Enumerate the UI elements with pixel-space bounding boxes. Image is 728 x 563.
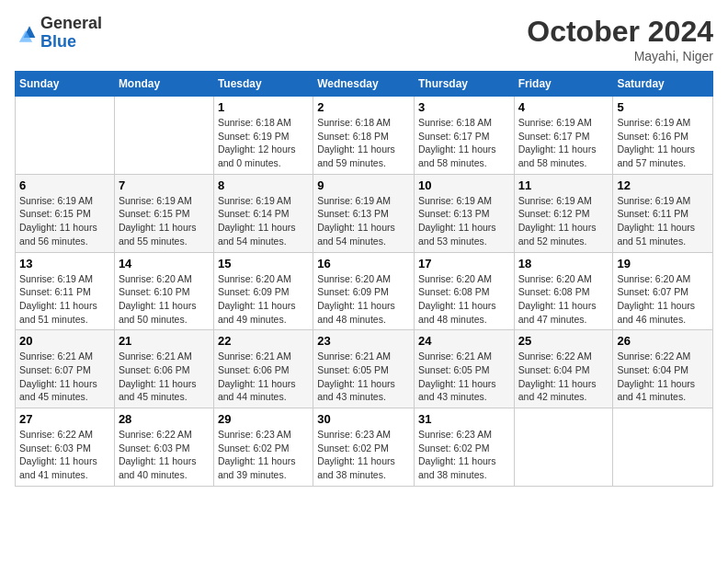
day-info: Sunrise: 6:19 AM Sunset: 6:15 PM Dayligh… [19, 194, 110, 248]
calendar-cell: 23Sunrise: 6:21 AM Sunset: 6:05 PM Dayli… [313, 330, 415, 408]
weekday-header-row: SundayMondayTuesdayWednesdayThursdayFrid… [16, 72, 713, 97]
title-block: October 2024 Mayahi, Niger [527, 15, 713, 63]
calendar-cell: 18Sunrise: 6:20 AM Sunset: 6:08 PM Dayli… [514, 252, 613, 330]
calendar-cell [16, 97, 115, 175]
calendar-cell: 6Sunrise: 6:19 AM Sunset: 6:15 PM Daylig… [16, 174, 115, 252]
day-number: 18 [518, 257, 609, 270]
day-info: Sunrise: 6:19 AM Sunset: 6:13 PM Dayligh… [317, 194, 410, 248]
calendar-cell: 2Sunrise: 6:18 AM Sunset: 6:18 PM Daylig… [313, 97, 415, 175]
calendar-cell [613, 408, 713, 487]
day-number: 15 [218, 257, 309, 270]
calendar-cell: 31Sunrise: 6:23 AM Sunset: 6:02 PM Dayli… [414, 408, 514, 487]
day-info: Sunrise: 6:19 AM Sunset: 6:16 PM Dayligh… [617, 116, 709, 170]
calendar-cell: 9Sunrise: 6:19 AM Sunset: 6:13 PM Daylig… [313, 174, 415, 252]
day-number: 22 [218, 334, 309, 348]
day-info: Sunrise: 6:23 AM Sunset: 6:02 PM Dayligh… [218, 428, 309, 482]
day-info: Sunrise: 6:22 AM Sunset: 6:04 PM Dayligh… [617, 350, 709, 404]
day-number: 7 [119, 178, 210, 192]
day-number: 13 [19, 257, 110, 270]
weekday-header-sunday: Sunday [16, 72, 115, 97]
day-info: Sunrise: 6:21 AM Sunset: 6:07 PM Dayligh… [19, 350, 110, 404]
day-info: Sunrise: 6:20 AM Sunset: 6:07 PM Dayligh… [617, 272, 709, 327]
day-number: 2 [317, 100, 410, 114]
calendar-cell: 25Sunrise: 6:22 AM Sunset: 6:04 PM Dayli… [514, 330, 613, 408]
day-info: Sunrise: 6:19 AM Sunset: 6:12 PM Dayligh… [518, 194, 609, 248]
calendar-cell: 20Sunrise: 6:21 AM Sunset: 6:07 PM Dayli… [16, 330, 115, 408]
week-row-1: 1Sunrise: 6:18 AM Sunset: 6:19 PM Daylig… [16, 97, 713, 175]
day-number: 20 [19, 334, 110, 348]
calendar-cell: 28Sunrise: 6:22 AM Sunset: 6:03 PM Dayli… [114, 408, 213, 487]
calendar-cell: 17Sunrise: 6:20 AM Sunset: 6:08 PM Dayli… [414, 252, 514, 330]
calendar-cell: 26Sunrise: 6:22 AM Sunset: 6:04 PM Dayli… [613, 330, 713, 408]
day-info: Sunrise: 6:19 AM Sunset: 6:15 PM Dayligh… [119, 194, 210, 248]
calendar-cell: 3Sunrise: 6:18 AM Sunset: 6:17 PM Daylig… [414, 97, 514, 175]
day-number: 16 [317, 257, 410, 270]
calendar-cell: 1Sunrise: 6:18 AM Sunset: 6:19 PM Daylig… [213, 97, 313, 175]
calendar-cell: 7Sunrise: 6:19 AM Sunset: 6:15 PM Daylig… [114, 174, 213, 252]
day-info: Sunrise: 6:22 AM Sunset: 6:04 PM Dayligh… [518, 350, 609, 404]
week-row-3: 13Sunrise: 6:19 AM Sunset: 6:11 PM Dayli… [16, 252, 713, 330]
day-number: 26 [617, 334, 709, 348]
day-number: 9 [317, 178, 410, 192]
day-number: 24 [418, 334, 510, 348]
week-row-4: 20Sunrise: 6:21 AM Sunset: 6:07 PM Dayli… [16, 330, 713, 408]
calendar-cell: 13Sunrise: 6:19 AM Sunset: 6:11 PM Dayli… [16, 252, 115, 330]
day-number: 3 [418, 100, 510, 114]
month-title: October 2024 [527, 15, 713, 49]
day-info: Sunrise: 6:18 AM Sunset: 6:18 PM Dayligh… [317, 116, 410, 170]
calendar-cell: 12Sunrise: 6:19 AM Sunset: 6:11 PM Dayli… [613, 174, 713, 252]
day-info: Sunrise: 6:21 AM Sunset: 6:05 PM Dayligh… [317, 350, 410, 404]
day-number: 8 [218, 178, 309, 192]
logo: General Blue [15, 15, 102, 52]
calendar-cell: 24Sunrise: 6:21 AM Sunset: 6:05 PM Dayli… [414, 330, 514, 408]
day-info: Sunrise: 6:20 AM Sunset: 6:09 PM Dayligh… [317, 272, 410, 327]
calendar-cell: 30Sunrise: 6:23 AM Sunset: 6:02 PM Dayli… [313, 408, 415, 487]
day-number: 5 [617, 100, 709, 114]
day-info: Sunrise: 6:19 AM Sunset: 6:13 PM Dayligh… [418, 194, 510, 248]
day-info: Sunrise: 6:20 AM Sunset: 6:09 PM Dayligh… [218, 272, 309, 327]
logo-icon [15, 23, 37, 45]
calendar-cell: 8Sunrise: 6:19 AM Sunset: 6:14 PM Daylig… [213, 174, 313, 252]
day-number: 25 [518, 334, 609, 348]
calendar-cell: 21Sunrise: 6:21 AM Sunset: 6:06 PM Dayli… [114, 330, 213, 408]
calendar-cell: 19Sunrise: 6:20 AM Sunset: 6:07 PM Dayli… [613, 252, 713, 330]
day-info: Sunrise: 6:19 AM Sunset: 6:11 PM Dayligh… [19, 272, 110, 327]
calendar-cell [514, 408, 613, 487]
calendar-cell: 16Sunrise: 6:20 AM Sunset: 6:09 PM Dayli… [313, 252, 415, 330]
calendar-cell: 10Sunrise: 6:19 AM Sunset: 6:13 PM Dayli… [414, 174, 514, 252]
day-info: Sunrise: 6:19 AM Sunset: 6:11 PM Dayligh… [617, 194, 709, 248]
weekday-header-tuesday: Tuesday [213, 72, 313, 97]
day-info: Sunrise: 6:18 AM Sunset: 6:17 PM Dayligh… [418, 116, 510, 170]
day-number: 14 [119, 257, 210, 270]
calendar-cell: 27Sunrise: 6:22 AM Sunset: 6:03 PM Dayli… [16, 408, 115, 487]
day-info: Sunrise: 6:22 AM Sunset: 6:03 PM Dayligh… [119, 428, 210, 482]
day-number: 6 [19, 178, 110, 192]
logo-general: General [40, 15, 102, 33]
weekday-header-thursday: Thursday [414, 72, 514, 97]
day-info: Sunrise: 6:19 AM Sunset: 6:14 PM Dayligh… [218, 194, 309, 248]
day-info: Sunrise: 6:23 AM Sunset: 6:02 PM Dayligh… [418, 428, 510, 482]
day-number: 12 [617, 178, 709, 192]
day-number: 28 [119, 412, 210, 426]
day-number: 27 [19, 412, 110, 426]
day-number: 4 [518, 100, 609, 114]
day-info: Sunrise: 6:20 AM Sunset: 6:10 PM Dayligh… [119, 272, 210, 327]
logo-blue: Blue [40, 33, 102, 52]
weekday-header-saturday: Saturday [613, 72, 713, 97]
day-number: 1 [218, 100, 309, 114]
day-number: 29 [218, 412, 309, 426]
day-info: Sunrise: 6:21 AM Sunset: 6:06 PM Dayligh… [218, 350, 309, 404]
day-info: Sunrise: 6:20 AM Sunset: 6:08 PM Dayligh… [418, 272, 510, 327]
calendar-cell: 11Sunrise: 6:19 AM Sunset: 6:12 PM Dayli… [514, 174, 613, 252]
page-header: General Blue October 2024 Mayahi, Niger [15, 15, 713, 63]
logo-text: General Blue [40, 15, 102, 52]
calendar-cell: 22Sunrise: 6:21 AM Sunset: 6:06 PM Dayli… [213, 330, 313, 408]
weekday-header-wednesday: Wednesday [313, 72, 415, 97]
calendar-cell [114, 97, 213, 175]
weekday-header-monday: Monday [114, 72, 213, 97]
day-number: 21 [119, 334, 210, 348]
day-number: 30 [317, 412, 410, 426]
day-info: Sunrise: 6:23 AM Sunset: 6:02 PM Dayligh… [317, 428, 410, 482]
calendar-cell: 29Sunrise: 6:23 AM Sunset: 6:02 PM Dayli… [213, 408, 313, 487]
week-row-5: 27Sunrise: 6:22 AM Sunset: 6:03 PM Dayli… [16, 408, 713, 487]
